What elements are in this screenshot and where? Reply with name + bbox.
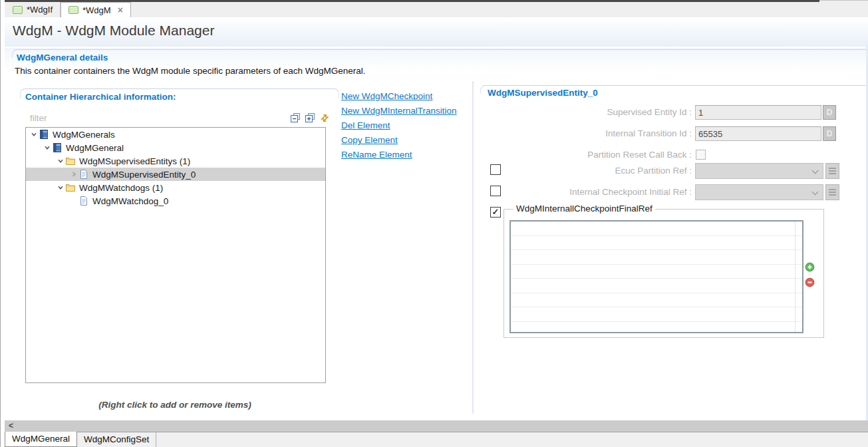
action-links: New WdgMCheckpointNew WdgMInternalTransi… [341, 91, 457, 164]
editor-tabs: *WdgIf*WdgM× [5, 2, 131, 17]
expanded-chevron-icon[interactable] [55, 184, 65, 191]
table-column-divider [795, 222, 796, 332]
table-row[interactable] [511, 222, 802, 236]
tree-item-label: WdgMWatchdogs (1) [79, 183, 163, 193]
editor-tab-label: *WdgIf [27, 5, 53, 15]
tree-item-WdgMGeneral[interactable]: WdgMGeneral [26, 141, 325, 154]
editor-tabstrip: *WdgIf*WdgM× [5, 0, 868, 18]
internal-checkpoint-initial-ref-label: Internal Checkpoint Initial Ref : [480, 185, 692, 200]
chevron-down-icon [812, 189, 819, 196]
final-ref-group-label: WdgMInternallCheckpointFinalRef [513, 204, 655, 214]
tree-item-label: WdgMSupervisedEntitys (1) [79, 156, 190, 166]
details-band: WdgMGeneral details This container conta… [5, 47, 868, 84]
list-icon [829, 192, 836, 193]
scroll-left-arrow-icon[interactable]: < [6, 421, 16, 431]
action-link-rename-element[interactable]: ReName Element [341, 150, 457, 164]
internal-transition-id-label: Internal Transition Id : [480, 126, 692, 141]
section-outline [12, 49, 868, 58]
horizontal-scrollbar[interactable]: < [5, 420, 868, 432]
tree-item-WdgMWatchdogs-1-[interactable]: WdgMWatchdogs (1) [26, 181, 325, 194]
folder-icon [65, 156, 76, 166]
hierarchy-tree[interactable]: WdgMGeneralsWdgMGeneralWdgMSupervisedEnt… [25, 127, 326, 383]
hierarchy-section-title: Container Hierarchical information: [25, 92, 176, 102]
tree-item-WdgMWatchdog_0[interactable]: WdgMWatchdog_0 [26, 194, 325, 208]
bottom-tabs: WdgMGeneralWdgMConfigSet [5, 432, 868, 447]
table-row[interactable] [511, 322, 802, 336]
final-ref-group-checkbox[interactable]: ✓ [490, 207, 501, 218]
tree-item-label: WdgMGeneral [66, 143, 124, 153]
expanded-chevron-icon[interactable] [29, 131, 39, 138]
ecuc-partition-ref-label: Ecuc Partition Ref : [480, 164, 692, 178]
internal-checkpoint-initial-ref-combo [695, 184, 823, 200]
entity-section-title: WdgMSupervisedEntity_0 [488, 88, 598, 98]
sync-icon[interactable]: ⇄ [319, 112, 331, 123]
module-icon [39, 129, 49, 140]
partition-reset-checkbox [696, 150, 706, 160]
folder-icon [65, 182, 76, 193]
filter-input[interactable] [29, 110, 284, 125]
action-link-new-wdgmcheckpoint[interactable]: New WdgMCheckpoint [341, 91, 457, 106]
editor-tab-WdgM[interactable]: *WdgM× [61, 2, 131, 17]
tree-item-WdgMSupervisedEntity_0[interactable]: WdgMSupervisedEntity_0 [26, 168, 325, 181]
details-description: This container containers the WdgM modul… [15, 66, 366, 76]
ecuc-partition-ref-combo [695, 163, 823, 179]
table-row[interactable] [511, 236, 802, 251]
editor-tab-label: *WdgM [82, 5, 111, 15]
wdgm-module-manager-window: *WdgIf*WdgM× WdgM - WdgM Module Manager … [0, 0, 868, 447]
details-section-title: WdgMGeneral details [17, 53, 108, 63]
supervised-entity-id-input[interactable] [695, 105, 821, 120]
bottom-tab-WdgMGeneral[interactable]: WdgMGeneral [5, 432, 77, 447]
panel-divider [472, 81, 474, 414]
internal-transition-id-default-button[interactable]: D [823, 126, 836, 141]
add-row-button[interactable] [805, 262, 815, 272]
remove-row-button[interactable] [805, 277, 815, 287]
expanded-chevron-icon[interactable] [42, 144, 52, 151]
expand-all-icon[interactable] [304, 112, 316, 123]
action-link-del-element[interactable]: Del Element [341, 120, 457, 135]
document-icon [78, 196, 89, 206]
table-row[interactable] [511, 293, 802, 308]
expanded-chevron-icon[interactable] [55, 158, 65, 164]
table-row[interactable] [511, 265, 802, 279]
tree-item-WdgMGenerals[interactable]: WdgMGenerals [26, 128, 325, 141]
table-row[interactable] [511, 250, 802, 265]
internal-transition-id-input[interactable] [695, 126, 821, 141]
tree-hint-text: (Right click to add or remove items) [25, 400, 325, 410]
module-icon [52, 142, 63, 153]
editor-file-icon [69, 6, 78, 14]
internal-checkpoint-initial-ref-browse-button [825, 184, 839, 200]
collapsed-chevron-icon[interactable] [69, 171, 78, 178]
editor-tab-WdgIf[interactable]: *WdgIf [5, 2, 61, 17]
tree-toolbar: ⇄ [289, 112, 331, 123]
tree-item-label: WdgMWatchdog_0 [92, 196, 168, 206]
ecuc-partition-ref-browse-button [825, 163, 839, 179]
table-row[interactable] [511, 279, 802, 293]
tree-item-WdgMSupervisedEntitys-1-[interactable]: WdgMSupervisedEntitys (1) [26, 154, 325, 168]
chevron-down-icon [812, 168, 819, 174]
close-icon[interactable]: × [118, 6, 123, 14]
bottom-tab-WdgMConfigSet[interactable]: WdgMConfigSet [77, 432, 156, 447]
document-icon [78, 169, 89, 180]
collapse-all-icon[interactable] [289, 112, 301, 123]
action-link-new-wdgminternaltransition[interactable]: New WdgMInternalTransition [341, 106, 457, 120]
supervised-entity-id-label: Supervised Entity Id : [480, 105, 692, 120]
action-link-copy-element[interactable]: Copy Element [341, 135, 457, 150]
form-title-band: WdgM - WdgM Module Manager [5, 17, 868, 47]
tree-item-label: WdgMGenerals [53, 130, 115, 140]
editor-file-icon [13, 6, 23, 14]
final-ref-table[interactable] [509, 220, 803, 333]
table-row[interactable] [511, 307, 802, 322]
final-ref-group: WdgMInternallCheckpointFinalRef [504, 209, 824, 338]
tree-item-label: WdgMSupervisedEntity_0 [92, 170, 196, 180]
supervised-entity-id-default-button[interactable]: D [823, 105, 836, 120]
editor-body: Container Hierarchical information: ⇄ [5, 82, 868, 420]
page-title: WdgM - WdgM Module Manager [5, 17, 868, 39]
partition-reset-call-back-label: Partition Reset Call Back : [480, 148, 692, 162]
list-icon [829, 170, 836, 172]
